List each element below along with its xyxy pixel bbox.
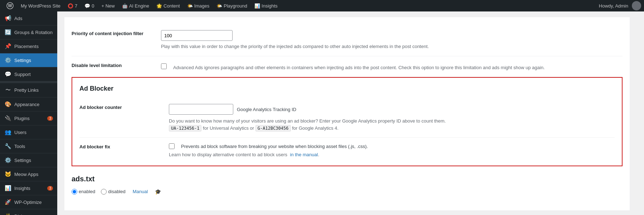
manual-link[interactable]: in the manual (290, 152, 318, 157)
insights-menu[interactable]: 📊 Insights (251, 0, 281, 11)
divi-icon: ✨ (4, 213, 11, 215)
sidebar-item-settings2[interactable]: ⚙️Settings (0, 153, 57, 167)
disable-level-row: Disable level limitation Advanced Ads ig… (72, 56, 623, 77)
tools-label: Tools (14, 144, 25, 149)
priority-description: Play with this value in order to change … (161, 43, 623, 50)
disable-level-label: Disable level limitation (72, 62, 154, 68)
ads-txt-enabled-label[interactable]: enabled (72, 189, 95, 195)
svg-text:W: W (8, 3, 12, 8)
adblocker-section: Ad Blocker Ad blocker counter Google Ana… (72, 77, 623, 166)
divi-label: Divi (14, 214, 22, 215)
comment-count-bar[interactable]: 💬 0 (81, 0, 98, 11)
ai-engine-icon: 🤖 (122, 3, 128, 9)
user-avatar[interactable] (632, 1, 641, 10)
sidebar-item-ads[interactable]: 📢Ads (0, 11, 57, 25)
sidebar-item-placements[interactable]: 📌Placements (0, 39, 57, 53)
howdy-text: Howdy, Admin (595, 3, 632, 9)
content-icon: 🌟 (156, 3, 162, 9)
playground-menu[interactable]: 🌤️ Playground (213, 0, 251, 11)
settings2-label: Settings (14, 158, 31, 163)
users-icon: 👥 (4, 129, 11, 135)
adblocker-counter-content: Google Analytics Tracking ID Do you want… (169, 104, 615, 132)
ads-txt-section: ads.txt enabled disabled Manual 🎓 (72, 175, 623, 195)
tools-icon: 🔧 (4, 143, 11, 149)
for-universal-text: for Universal Analytics or (203, 125, 254, 131)
sidebar-item-insights[interactable]: 📊Insights3 (0, 181, 57, 195)
pretty-links-label: Pretty Links (14, 87, 39, 93)
groups-label: Groups & Rotation (14, 30, 53, 35)
support-label: Support (14, 72, 31, 77)
sidebar-item-appearance[interactable]: 🎨Appearance (0, 97, 57, 111)
plugins-icon: 🔌 (4, 115, 11, 121)
sidebar-item-divi[interactable]: ✨Divi (0, 209, 57, 215)
priority-row: Priority of content injection filter Pla… (72, 24, 623, 56)
priority-input[interactable] (161, 30, 233, 41)
ads-txt-manual-link[interactable]: Manual (133, 189, 148, 194)
ai-engine-label: AI Engine (129, 3, 149, 9)
adblocker-fix-description: Prevents ad block software from breaking… (181, 144, 368, 149)
disable-level-description: Advanced Ads ignores paragraphs and othe… (173, 64, 545, 71)
adblocker-fix-content: Prevents ad block software from breaking… (169, 143, 615, 158)
content-menu[interactable]: 🌟 Content (153, 0, 184, 11)
adblocker-counter-input[interactable] (169, 104, 233, 115)
insights-side-icon: 📊 (4, 185, 11, 191)
new-button[interactable]: + New (98, 0, 118, 11)
ua-example: UA-123456-1 (169, 125, 201, 132)
placements-icon: 📌 (4, 43, 11, 49)
adblocker-title: Ad Blocker (79, 85, 615, 92)
admin-sidebar: 📢Ads 🔄Groups & Rotation 📌Placements ⚙️Se… (0, 11, 57, 215)
disable-level-checkbox[interactable] (161, 63, 167, 69)
support-icon: 💬 (4, 71, 11, 77)
meow-icon: 🐱 (4, 171, 11, 177)
ads-label: Ads (14, 16, 22, 21)
sidebar-item-wp-optimize[interactable]: 🚀WP-Optimize (0, 195, 57, 209)
wpoptimize-icon: 🚀 (4, 199, 11, 205)
images-icon: 🌤️ (187, 3, 193, 9)
for-ga4-text: for Google Analytics 4. (292, 125, 338, 131)
sidebar-item-tools[interactable]: 🔧Tools (0, 139, 57, 153)
pretty-links-icon: 〜 (4, 87, 11, 94)
insights-badge: 3 (47, 186, 53, 191)
ads-txt-disabled-radio[interactable] (101, 189, 107, 195)
sidebar-item-meow-apps[interactable]: 🐱Meow Apps (0, 167, 57, 181)
ga-example: G-A12BC30456 (255, 125, 291, 132)
tracking-id-label: Google Analytics Tracking ID (237, 107, 296, 112)
ads-txt-disabled-label[interactable]: disabled (101, 189, 125, 195)
insights-bar-label: Insights (262, 3, 278, 9)
ads-icon: 📢 (4, 15, 11, 22)
ai-engine-menu[interactable]: 🤖 AI Engine (118, 0, 153, 11)
sidebar-item-settings[interactable]: ⚙️Settings (0, 53, 57, 67)
playground-icon: 🌤️ (216, 3, 222, 9)
circle-icon: ⭕ (68, 3, 73, 9)
sidebar-item-groups-rotation[interactable]: 🔄Groups & Rotation (0, 25, 57, 39)
plugins-badge: 3 (47, 116, 53, 121)
site-name-text: My WordPress Site (21, 3, 60, 9)
comment-count: 0 (92, 3, 94, 9)
adblocker-fix-row: Ad blocker fix Prevents ad block softwar… (79, 143, 615, 158)
node-count-bar[interactable]: ⭕ 7 (64, 0, 81, 11)
settings-icon: ⚙️ (4, 57, 11, 63)
site-name-bar[interactable]: My WordPress Site (17, 0, 64, 11)
ads-txt-enabled-radio[interactable] (72, 189, 77, 195)
priority-content: Play with this value in order to change … (161, 30, 623, 50)
adblocker-fix-checkbox[interactable] (169, 143, 175, 149)
comment-icon: 💬 (84, 3, 90, 9)
plugins-label: Plugins (14, 116, 30, 121)
playground-label: Playground (224, 3, 247, 9)
adblocker-fix-learn: Learn how to display alternative content… (169, 151, 615, 158)
node-count: 7 (75, 3, 77, 9)
meow-label: Meow Apps (14, 172, 38, 177)
settings-label: Settings (14, 58, 31, 63)
ads-txt-radio-group: enabled disabled Manual 🎓 (72, 189, 623, 195)
sidebar-item-pretty-links[interactable]: 〜Pretty Links (0, 83, 57, 97)
priority-label: Priority of content injection filter (72, 30, 154, 36)
new-label: + New (101, 3, 114, 9)
wp-logo[interactable]: W (3, 2, 17, 9)
images-menu[interactable]: 🌤️ Images (184, 0, 213, 11)
sidebar-item-users[interactable]: 👥Users (0, 125, 57, 139)
sidebar-item-support[interactable]: 💬Support (0, 67, 57, 81)
sidebar-item-plugins[interactable]: 🔌Plugins3 (0, 111, 57, 125)
adblocker-counter-label: Ad blocker counter (79, 104, 162, 110)
adblocker-counter-row: Ad blocker counter Google Analytics Trac… (79, 98, 615, 138)
appearance-label: Appearance (14, 102, 39, 107)
